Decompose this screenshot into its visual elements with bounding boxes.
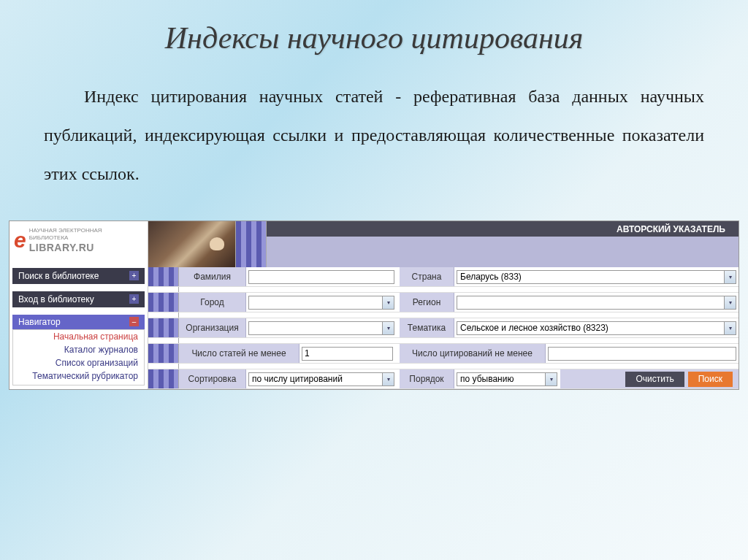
nav-item-catalog[interactable]: Каталог журналов: [13, 343, 144, 356]
sort-select[interactable]: по числу цитирований ▾: [248, 372, 394, 386]
color-stub: [148, 369, 179, 388]
logo-brand: LIBRARY.RU: [29, 242, 102, 253]
navigator-label: Навигатор: [18, 317, 61, 327]
logo-line1: НАУЧНАЯ ЭЛЕКТРОННАЯ: [29, 227, 102, 234]
page-title: АВТОРСКИЙ УКАЗАТЕЛЬ: [267, 221, 739, 237]
search-button[interactable]: Поиск: [688, 372, 733, 387]
chevron-down-icon: ▾: [545, 373, 557, 386]
color-stub: [236, 252, 267, 267]
search-library-button[interactable]: Поиск в библиотеке +: [12, 268, 145, 284]
country-value: Беларусь (833): [457, 272, 524, 282]
citations-min-input[interactable]: [548, 347, 736, 361]
header-spacer: [267, 252, 739, 267]
chevron-down-icon: ▾: [382, 296, 394, 309]
surname-input[interactable]: [248, 270, 394, 284]
color-stub: [236, 237, 267, 252]
collapse-icon: −: [129, 317, 139, 326]
elibrary-screenshot: e НАУЧНАЯ ЭЛЕКТРОННАЯ БИБЛИОТЕКА LIBRARY…: [9, 220, 739, 390]
topic-label: Тематика: [400, 318, 454, 337]
chevron-down-icon: ▾: [724, 322, 736, 334]
nav-item-home[interactable]: Начальная страница: [13, 330, 144, 343]
login-library-label: Вход в библиотеку: [18, 294, 94, 304]
order-value: по убыванию: [457, 374, 516, 384]
top-header: АВТОРСКИЙ УКАЗАТЕЛЬ: [148, 221, 739, 267]
color-stub: [148, 318, 179, 337]
org-select[interactable]: ▾: [248, 321, 394, 335]
header-spacer: [267, 237, 739, 252]
surname-label: Фамилия: [179, 267, 246, 286]
topic-value: Сельское и лесное хозяйство (8323): [457, 323, 611, 333]
city-select[interactable]: ▾: [248, 296, 394, 310]
order-select[interactable]: по убыванию ▾: [457, 372, 557, 386]
expand-icon: +: [129, 294, 139, 304]
city-label: Город: [179, 293, 246, 312]
topic-select[interactable]: Сельское и лесное хозяйство (8323) ▾: [457, 321, 736, 335]
sort-label: Сортировка: [179, 369, 246, 388]
articles-min-label: Число статей не менее: [179, 344, 299, 363]
navigator-header[interactable]: Навигатор −: [12, 315, 145, 329]
clear-button[interactable]: Очистить: [625, 372, 684, 387]
logo-line2: БИБЛИОТЕКА: [29, 234, 102, 242]
search-form: Фамилия Страна Беларусь (833) ▾ Город: [148, 267, 739, 389]
left-panel: e НАУЧНАЯ ЭЛЕКТРОННАЯ БИБЛИОТЕКА LIBRARY…: [9, 221, 148, 389]
logo: e НАУЧНАЯ ЭЛЕКТРОННАЯ БИБЛИОТЕКА LIBRARY…: [9, 221, 148, 260]
login-library-button[interactable]: Вход в библиотеку +: [12, 291, 145, 307]
chevron-down-icon: ▾: [382, 373, 394, 386]
expand-icon: +: [129, 271, 139, 280]
order-label: Порядок: [400, 369, 454, 388]
color-stub: [148, 293, 179, 312]
header-photo: [148, 221, 236, 267]
color-stub: [148, 344, 179, 363]
nav-item-orgs[interactable]: Список организаций: [13, 356, 144, 369]
chevron-down-icon: ▾: [724, 296, 736, 309]
slide-title: Индексы научного цитирования: [0, 0, 748, 77]
articles-min-input[interactable]: [302, 347, 393, 361]
chevron-down-icon: ▾: [724, 271, 736, 283]
color-stub: [148, 267, 179, 286]
search-library-label: Поиск в библиотеке: [18, 271, 99, 281]
logo-e-icon: e: [14, 230, 26, 250]
citations-min-label: Число цитирований не менее: [400, 344, 546, 363]
country-select[interactable]: Беларусь (833) ▾: [457, 270, 736, 284]
color-stub: [236, 221, 267, 237]
chevron-down-icon: ▾: [382, 322, 394, 334]
right-panel: АВТОРСКИЙ УКАЗАТЕЛЬ Фамилия Страна: [148, 221, 739, 389]
region-label: Регион: [400, 293, 454, 312]
navigator-list: Начальная страница Каталог журналов Спис…: [12, 329, 145, 386]
region-select[interactable]: ▾: [457, 296, 736, 310]
sort-value: по числу цитирований: [249, 374, 346, 384]
slide-paragraph: Индекс цитирования научных статей - рефе…: [0, 77, 748, 193]
country-label: Страна: [400, 267, 454, 286]
nav-item-topics[interactable]: Тематический рубрикатор: [13, 369, 144, 383]
org-label: Организация: [179, 318, 246, 337]
